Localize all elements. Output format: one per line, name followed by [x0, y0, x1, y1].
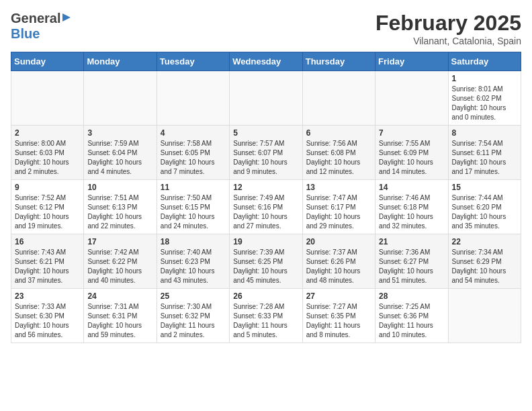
day-info: Sunrise: 7:54 AM Sunset: 6:11 PM Dayligh… [452, 139, 517, 177]
day-info: Sunrise: 7:39 AM Sunset: 6:25 PM Dayligh… [233, 248, 298, 285]
day-number: 11 [161, 183, 226, 192]
calendar-day-cell [375, 71, 448, 126]
day-number: 19 [233, 237, 298, 246]
day-number: 16 [15, 237, 80, 246]
day-number: 8 [452, 128, 517, 138]
calendar-day-header: Saturday [448, 52, 521, 71]
calendar-week-row: 23Sunrise: 7:33 AM Sunset: 6:30 PM Dayli… [11, 289, 521, 343]
day-number: 24 [87, 291, 152, 301]
calendar-table: SundayMondayTuesdayWednesdayThursdayFrid… [11, 52, 521, 343]
day-number: 1 [452, 74, 517, 83]
day-info: Sunrise: 8:00 AM Sunset: 6:03 PM Dayligh… [15, 139, 80, 177]
day-number: 15 [452, 183, 517, 192]
calendar-day-header: Friday [375, 52, 448, 71]
logo-blue: Blue [11, 26, 40, 42]
calendar-day-header: Thursday [302, 52, 375, 71]
calendar-day-cell: 20Sunrise: 7:37 AM Sunset: 6:26 PM Dayli… [302, 234, 375, 289]
calendar-day-cell: 13Sunrise: 7:47 AM Sunset: 6:17 PM Dayli… [302, 180, 375, 234]
calendar-day-cell: 4Sunrise: 7:58 AM Sunset: 6:05 PM Daylig… [157, 126, 229, 180]
logo-triangle-icon [61, 13, 72, 23]
day-number: 27 [306, 291, 371, 301]
calendar-day-cell [448, 289, 521, 343]
calendar-week-row: 9Sunrise: 7:52 AM Sunset: 6:12 PM Daylig… [11, 180, 521, 234]
day-number: 14 [379, 183, 444, 192]
calendar-day-cell: 7Sunrise: 7:55 AM Sunset: 6:09 PM Daylig… [375, 126, 448, 180]
day-info: Sunrise: 7:43 AM Sunset: 6:21 PM Dayligh… [15, 248, 80, 285]
day-info: Sunrise: 7:58 AM Sunset: 6:05 PM Dayligh… [161, 139, 226, 177]
calendar-week-row: 2Sunrise: 8:00 AM Sunset: 6:03 PM Daylig… [11, 126, 521, 180]
calendar-day-header: Tuesday [157, 52, 229, 71]
day-number: 5 [233, 128, 298, 138]
calendar-day-cell: 3Sunrise: 7:59 AM Sunset: 6:04 PM Daylig… [84, 126, 157, 180]
day-info: Sunrise: 7:27 AM Sunset: 6:35 PM Dayligh… [306, 302, 371, 340]
day-number: 28 [379, 291, 444, 301]
day-info: Sunrise: 8:01 AM Sunset: 6:02 PM Dayligh… [452, 85, 517, 122]
calendar-day-cell: 15Sunrise: 7:44 AM Sunset: 6:20 PM Dayli… [448, 180, 521, 234]
day-info: Sunrise: 7:50 AM Sunset: 6:15 PM Dayligh… [161, 193, 226, 231]
calendar-day-cell: 8Sunrise: 7:54 AM Sunset: 6:11 PM Daylig… [448, 126, 521, 180]
day-info: Sunrise: 7:44 AM Sunset: 6:20 PM Dayligh… [452, 193, 517, 231]
day-number: 2 [15, 128, 80, 138]
calendar-day-header: Wednesday [230, 52, 302, 71]
day-info: Sunrise: 7:40 AM Sunset: 6:23 PM Dayligh… [161, 248, 226, 285]
day-number: 3 [87, 128, 152, 138]
day-info: Sunrise: 7:28 AM Sunset: 6:33 PM Dayligh… [233, 302, 298, 340]
day-number: 26 [233, 291, 298, 301]
calendar-day-cell: 11Sunrise: 7:50 AM Sunset: 6:15 PM Dayli… [157, 180, 229, 234]
calendar-header-row: SundayMondayTuesdayWednesdayThursdayFrid… [11, 52, 521, 71]
svg-marker-0 [62, 13, 71, 21]
calendar-day-cell: 24Sunrise: 7:31 AM Sunset: 6:31 PM Dayli… [84, 289, 157, 343]
day-number: 7 [379, 128, 444, 138]
calendar-day-header: Monday [84, 52, 157, 71]
calendar-day-cell: 25Sunrise: 7:30 AM Sunset: 6:32 PM Dayli… [157, 289, 229, 343]
calendar-day-cell: 6Sunrise: 7:56 AM Sunset: 6:08 PM Daylig… [302, 126, 375, 180]
day-number: 10 [87, 183, 152, 192]
logo-general: General [11, 11, 60, 26]
day-number: 6 [306, 128, 371, 138]
day-info: Sunrise: 7:33 AM Sunset: 6:30 PM Dayligh… [15, 302, 80, 340]
day-number: 17 [87, 237, 152, 246]
day-number: 12 [233, 183, 298, 192]
calendar-day-cell: 21Sunrise: 7:36 AM Sunset: 6:27 PM Dayli… [375, 234, 448, 289]
day-info: Sunrise: 7:47 AM Sunset: 6:17 PM Dayligh… [306, 193, 371, 231]
calendar-day-cell: 2Sunrise: 8:00 AM Sunset: 6:03 PM Daylig… [11, 126, 84, 180]
calendar-day-header: Sunday [11, 52, 84, 71]
day-info: Sunrise: 7:31 AM Sunset: 6:31 PM Dayligh… [87, 302, 152, 340]
calendar-day-cell: 5Sunrise: 7:57 AM Sunset: 6:07 PM Daylig… [230, 126, 302, 180]
day-info: Sunrise: 7:55 AM Sunset: 6:09 PM Dayligh… [379, 139, 444, 177]
calendar-day-cell [11, 71, 84, 126]
day-number: 20 [306, 237, 371, 246]
day-info: Sunrise: 7:46 AM Sunset: 6:18 PM Dayligh… [379, 193, 444, 231]
day-info: Sunrise: 7:36 AM Sunset: 6:27 PM Dayligh… [379, 248, 444, 285]
month-title: February 2025 [375, 11, 521, 36]
calendar-day-cell: 12Sunrise: 7:49 AM Sunset: 6:16 PM Dayli… [230, 180, 302, 234]
day-number: 18 [161, 237, 226, 246]
day-info: Sunrise: 7:49 AM Sunset: 6:16 PM Dayligh… [233, 193, 298, 231]
day-number: 25 [161, 291, 226, 301]
calendar-day-cell: 23Sunrise: 7:33 AM Sunset: 6:30 PM Dayli… [11, 289, 84, 343]
calendar-week-row: 1Sunrise: 8:01 AM Sunset: 6:02 PM Daylig… [11, 71, 521, 126]
day-info: Sunrise: 7:37 AM Sunset: 6:26 PM Dayligh… [306, 248, 371, 285]
day-info: Sunrise: 7:52 AM Sunset: 6:12 PM Dayligh… [15, 193, 80, 231]
day-info: Sunrise: 7:56 AM Sunset: 6:08 PM Dayligh… [306, 139, 371, 177]
calendar-day-cell: 27Sunrise: 7:27 AM Sunset: 6:35 PM Dayli… [302, 289, 375, 343]
day-info: Sunrise: 7:59 AM Sunset: 6:04 PM Dayligh… [87, 139, 152, 177]
calendar-day-cell [230, 71, 302, 126]
calendar-day-cell: 14Sunrise: 7:46 AM Sunset: 6:18 PM Dayli… [375, 180, 448, 234]
calendar-day-cell: 9Sunrise: 7:52 AM Sunset: 6:12 PM Daylig… [11, 180, 84, 234]
day-info: Sunrise: 7:57 AM Sunset: 6:07 PM Dayligh… [233, 139, 298, 177]
day-number: 4 [161, 128, 226, 138]
title-block: February 2025 Vilanant, Catalonia, Spain [375, 11, 521, 46]
calendar-day-cell: 19Sunrise: 7:39 AM Sunset: 6:25 PM Dayli… [230, 234, 302, 289]
day-number: 21 [379, 237, 444, 246]
day-info: Sunrise: 7:42 AM Sunset: 6:22 PM Dayligh… [87, 248, 152, 285]
day-number: 9 [15, 183, 80, 192]
page-header: General Blue February 2025 Vilanant, Cat… [11, 11, 521, 46]
calendar-day-cell [84, 71, 157, 126]
calendar-day-cell: 26Sunrise: 7:28 AM Sunset: 6:33 PM Dayli… [230, 289, 302, 343]
day-number: 22 [452, 237, 517, 246]
location: Vilanant, Catalonia, Spain [375, 36, 521, 46]
day-number: 23 [15, 291, 80, 301]
calendar-day-cell: 16Sunrise: 7:43 AM Sunset: 6:21 PM Dayli… [11, 234, 84, 289]
day-info: Sunrise: 7:30 AM Sunset: 6:32 PM Dayligh… [161, 302, 226, 340]
